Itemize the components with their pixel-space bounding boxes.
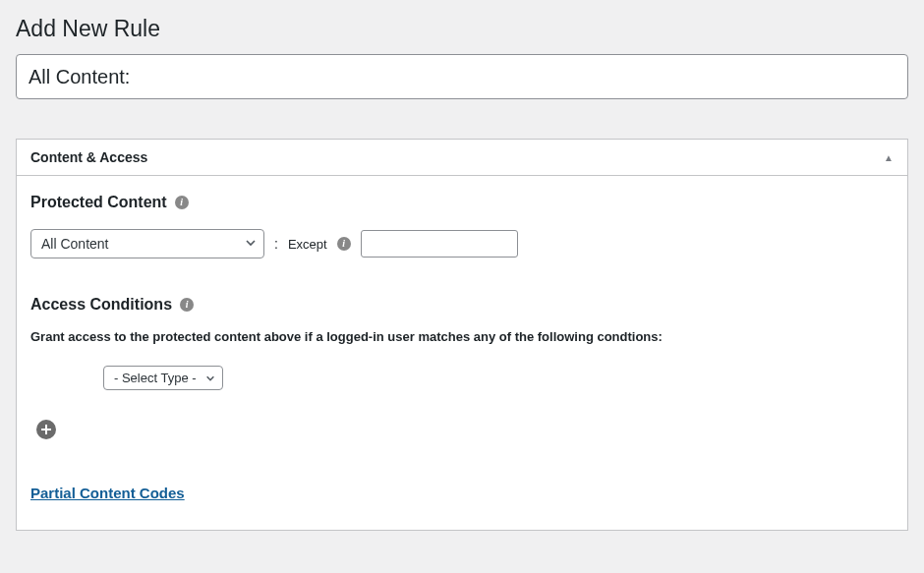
add-condition-row xyxy=(36,420,894,443)
protected-content-heading: Protected Content i xyxy=(30,194,189,211)
access-conditions-description: Grant access to the protected content ab… xyxy=(30,329,894,344)
separator-colon: : xyxy=(274,236,278,252)
access-conditions-heading: Access Conditions i xyxy=(30,296,194,314)
partial-content-codes-link[interactable]: Partial Content Codes xyxy=(30,485,185,501)
rule-title-input[interactable] xyxy=(16,54,908,99)
collapse-icon: ▲ xyxy=(884,152,894,163)
metabox-header[interactable]: Content & Access ▲ xyxy=(17,140,907,176)
condition-type-select[interactable]: - Select Type - xyxy=(103,366,223,390)
page-title: Add New Rule xyxy=(16,16,908,42)
access-conditions-section: Access Conditions i Grant access to the … xyxy=(30,296,894,443)
protected-content-label: Protected Content xyxy=(30,194,167,211)
info-icon[interactable]: i xyxy=(180,298,194,312)
protected-content-select[interactable]: All Content xyxy=(30,229,264,258)
metabox-title: Content & Access xyxy=(30,149,147,165)
access-conditions-label: Access Conditions xyxy=(30,296,172,314)
add-condition-button[interactable] xyxy=(36,420,56,439)
info-icon[interactable]: i xyxy=(337,237,351,251)
info-icon[interactable]: i xyxy=(175,196,189,209)
metabox-body: Protected Content i All Content : Except… xyxy=(17,176,907,530)
except-input[interactable] xyxy=(361,230,518,258)
except-label: Except xyxy=(288,237,327,252)
protected-content-row: All Content : Except i xyxy=(30,229,894,258)
condition-row: - Select Type - xyxy=(103,366,894,390)
content-access-metabox: Content & Access ▲ Protected Content i A… xyxy=(16,139,908,531)
